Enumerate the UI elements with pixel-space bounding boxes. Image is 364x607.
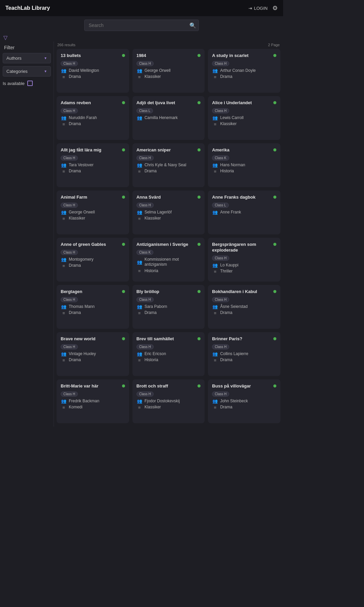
authors-dropdown[interactable]: Authors ▼ <box>3 53 51 63</box>
class-badge: Class H <box>212 61 229 66</box>
search-input[interactable] <box>84 20 199 31</box>
book-title: Brott och straff <box>136 383 196 389</box>
filter-icon[interactable]: ▽ <box>3 34 7 41</box>
author-icon: 👥 <box>212 304 218 309</box>
author-row: 👥 Collins Lapierre <box>212 351 276 357</box>
book-card[interactable]: Alice i Underlandet Class H 👥 Lewis Carr… <box>208 96 280 140</box>
book-card[interactable]: Bly bröllop Class H 👥 Sara Paborn ≡ Dram… <box>132 285 205 329</box>
author-row: 👥 Kommissionen mot antiziganism <box>136 257 201 267</box>
book-title: Bokhandlaren i Kabul <box>212 289 272 295</box>
author-row: 👥 Eric Ericson <box>136 351 201 357</box>
category-name: Klassiker <box>145 74 161 80</box>
class-badge: Class L <box>136 108 153 113</box>
available-dot <box>198 243 201 246</box>
class-badge: Class H <box>61 250 78 255</box>
category-name: Klassiker <box>220 121 237 127</box>
topnav-right: ⇥ LOGIN ⚙ <box>248 4 278 12</box>
category-icon: ≡ <box>212 75 218 80</box>
category-icon: ≡ <box>61 216 67 221</box>
book-card[interactable]: Anne of green Gables Class H 👥 Montogome… <box>57 238 129 282</box>
book-title: Allt jag fått lära mig <box>61 147 121 153</box>
category-row: ≡ Drama <box>212 310 276 316</box>
available-dot <box>273 196 276 199</box>
author-name: George Orwell <box>145 68 171 74</box>
available-dot <box>122 148 125 151</box>
is-available-checkbox[interactable] <box>27 81 33 86</box>
book-title: Buss på villovägar <box>212 383 272 389</box>
available-dot <box>122 384 125 387</box>
category-icon: ≡ <box>136 216 143 221</box>
settings-icon[interactable]: ⚙ <box>272 4 278 12</box>
book-card[interactable]: Britt-Marie var här Class H 👥 Fredrik Ba… <box>57 379 129 423</box>
author-name: Arthur Conan Doyle <box>220 68 255 74</box>
book-card[interactable]: Adjö det ljuva livet Class L 👥 Camilla H… <box>132 96 205 140</box>
book-card[interactable]: Anne Franks dagbok Class L 👥 Anne Frank <box>208 191 280 234</box>
author-row: 👥 George Orwell <box>136 68 201 74</box>
book-title: Adams revben <box>61 100 121 106</box>
book-card[interactable]: Brev till samhället Class H 👥 Eric Erics… <box>132 332 205 376</box>
class-badge: Class H <box>136 155 154 161</box>
category-name: Drama <box>69 74 81 80</box>
book-card[interactable]: Brinner Paris? Class H 👥 Collins Lapierr… <box>208 332 280 376</box>
book-card[interactable]: Adams revben Class H 👥 Nuruddin Farah ≡ … <box>57 96 129 140</box>
category-row: ≡ Drama <box>61 169 125 174</box>
book-card[interactable]: Bergtagen Class H 👥 Thomas Mann ≡ Drama <box>57 285 129 329</box>
category-row: ≡ Historia <box>136 357 201 363</box>
book-card[interactable]: 13 bullets Class H 👥 David Wellington ≡ … <box>57 49 129 93</box>
category-row: ≡ Klassiker <box>61 216 125 221</box>
results-header: 266 results 2 Page <box>57 42 280 49</box>
main-area: 266 results 2 Page 13 bullets Class H 👥 … <box>54 41 283 427</box>
book-card[interactable]: A study in scarlet Class H 👥 Arthur Cona… <box>208 49 280 93</box>
class-badge: Class H <box>61 344 78 349</box>
category-icon: ≡ <box>212 358 218 363</box>
author-icon: 👥 <box>61 210 67 215</box>
category-row: ≡ Komedi <box>61 405 125 410</box>
author-name: John Steinbeck <box>220 399 248 404</box>
category-name: Historia <box>145 268 158 274</box>
book-card[interactable]: Antiziganismen i Sverige Class K 👥 Kommi… <box>132 238 205 282</box>
categories-dropdown[interactable]: Categories ▼ <box>3 66 51 77</box>
category-icon: ≡ <box>212 169 218 174</box>
book-card[interactable]: Allt jag fått lära mig Class H 👥 Tara Ve… <box>57 143 129 187</box>
category-icon: ≡ <box>136 358 143 363</box>
class-badge: Class H <box>136 203 154 208</box>
author-icon: 👥 <box>136 115 143 120</box>
author-row: 👥 Fredrik Backman <box>61 399 125 404</box>
book-card[interactable]: Bergsprängaren som exploderade Class H 👥… <box>208 238 280 282</box>
book-card[interactable]: Buss på villovägar Class H 👥 John Steinb… <box>208 379 280 423</box>
book-card[interactable]: Anna Svärd Class H 👥 Selma Lagerlöf ≡ Kl… <box>132 191 205 234</box>
author-name: Tara Vestover <box>69 163 93 168</box>
category-row: ≡ Historia <box>212 169 276 174</box>
author-name: Fjodor Dostokevskij <box>145 399 180 404</box>
is-available-label: Is available <box>3 81 25 86</box>
author-name: Fredrik Backman <box>69 399 99 404</box>
login-button[interactable]: ⇥ LOGIN <box>248 6 268 11</box>
book-title: Brave new world <box>61 336 121 342</box>
filter-title: Filter <box>3 45 51 50</box>
class-badge: Class H <box>61 61 78 66</box>
book-card[interactable]: Bokhandlaren i Kabul Class H 👥 Åsne Seie… <box>208 285 280 329</box>
author-row: 👥 Selma Lagerlöf <box>136 210 201 215</box>
category-name: Drama <box>220 405 232 410</box>
category-row: ≡ Drama <box>61 310 125 316</box>
book-card[interactable]: Brott och straff Class H 👥 Fjodor Dostok… <box>132 379 205 423</box>
author-icon: 👥 <box>136 210 143 215</box>
book-title: Animal Farm <box>61 195 121 200</box>
book-card[interactable]: Amerika Class K 👥 Hans Norman ≡ Historia <box>208 143 280 187</box>
book-card[interactable]: 1984 Class H 👥 George Orwell ≡ Klassiker <box>132 49 205 93</box>
book-card[interactable]: Animal Farm Class H 👥 George Orwell ≡ Kl… <box>57 191 129 234</box>
book-card[interactable]: American sniper Class H 👥 Chris Kyle & N… <box>132 143 205 187</box>
book-title: Bergsprängaren som exploderade <box>212 242 272 253</box>
search-button[interactable]: 🔍 <box>189 22 196 29</box>
author-row: 👥 Arthur Conan Doyle <box>212 68 276 74</box>
book-card[interactable]: Brave new world Class H 👥 Vintage Huxley… <box>57 332 129 376</box>
available-dot <box>122 243 125 246</box>
author-row: 👥 Anne Frank <box>212 210 276 215</box>
book-title: Bly bröllop <box>136 289 196 295</box>
class-badge: Class K <box>212 155 229 161</box>
available-dot <box>122 290 125 293</box>
author-name: Selma Lagerlöf <box>145 210 172 215</box>
author-icon: 👥 <box>61 399 67 404</box>
chevron-down-icon: ▼ <box>44 56 47 60</box>
available-dot <box>198 290 201 293</box>
